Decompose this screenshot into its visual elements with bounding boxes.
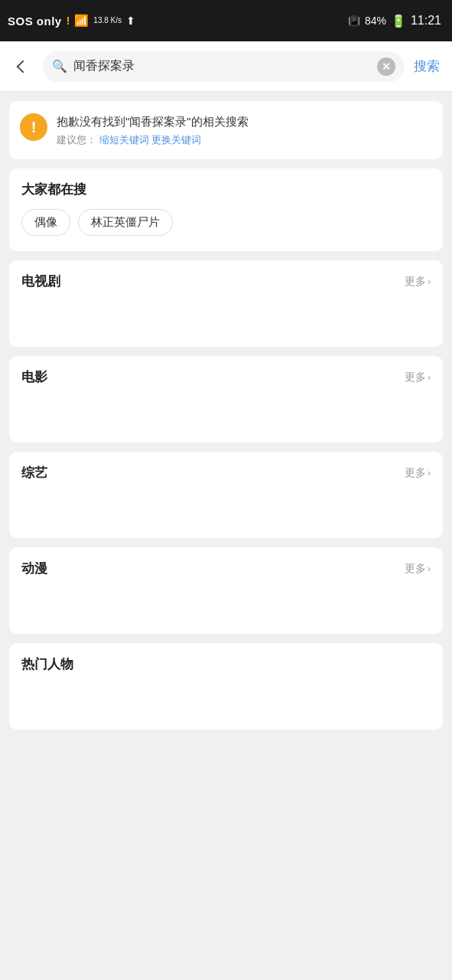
movie-header: 电影 更多 › xyxy=(21,368,431,386)
status-bar: SOS only ! 📶 13.8 K/s ⬆ 📳 84% 🔋 11:21 xyxy=(0,0,452,41)
error-title: 抱歉没有找到"闻香探案录"的相关搜索 xyxy=(57,113,432,129)
variety-title: 综艺 xyxy=(21,464,47,482)
vibrate-icon: 📳 xyxy=(348,15,360,27)
suggestion-replace[interactable]: 更换关键词 xyxy=(151,134,201,145)
celebrity-section: 热门人物 xyxy=(9,643,443,730)
error-suggestion: 建议您： 缩短关键词 更换关键词 xyxy=(57,133,432,147)
anime-header: 动漫 更多 › xyxy=(21,560,431,577)
suggestion-shorten[interactable]: 缩短关键词 xyxy=(99,134,149,145)
trending-section: 大家都在搜 偶像 林正英僵尸片 xyxy=(9,168,443,251)
upload-icon: ⬆ xyxy=(126,15,135,27)
search-input[interactable]: 闻香探案录 xyxy=(73,58,371,74)
status-left: SOS only ! 📶 13.8 K/s ⬆ xyxy=(8,14,135,28)
tv-more-button[interactable]: 更多 › xyxy=(405,275,431,289)
tag-zombie[interactable]: 林正英僵尸片 xyxy=(78,209,173,236)
error-card: ! 抱歉没有找到"闻香探案录"的相关搜索 建议您： 缩短关键词 更换关键词 xyxy=(9,101,443,159)
search-icon: 🔍 xyxy=(52,59,67,74)
tv-section: 电视剧 更多 › xyxy=(9,260,443,347)
error-text: 抱歉没有找到"闻香探案录"的相关搜索 建议您： 缩短关键词 更换关键词 xyxy=(57,113,432,147)
back-button[interactable] xyxy=(9,53,37,80)
wifi-icon: 📶 xyxy=(74,14,89,28)
status-right: 📳 84% 🔋 11:21 xyxy=(348,14,441,28)
movie-content xyxy=(21,397,431,427)
movie-title: 电影 xyxy=(21,368,47,386)
search-submit-button[interactable]: 搜索 xyxy=(411,57,443,75)
time-label: 11:21 xyxy=(411,14,441,28)
variety-section: 综艺 更多 › xyxy=(9,452,443,538)
tv-more-label: 更多 xyxy=(405,275,426,289)
tv-header: 电视剧 更多 › xyxy=(21,273,431,290)
trending-header: 大家都在搜 xyxy=(21,181,431,198)
anime-section: 动漫 更多 › xyxy=(9,547,443,634)
sos-label: SOS only xyxy=(8,15,62,28)
movie-more-label: 更多 xyxy=(405,371,426,384)
variety-more-label: 更多 xyxy=(405,466,426,480)
anime-more-chevron: › xyxy=(428,564,431,574)
search-input-container[interactable]: 🔍 闻香探案录 ✕ xyxy=(43,51,405,82)
celebrity-content xyxy=(21,684,431,714)
clear-icon: ✕ xyxy=(382,61,391,72)
network-speed: 13.8 K/s xyxy=(93,16,122,25)
battery-percent: 84% xyxy=(365,15,386,27)
movie-section: 电影 更多 › xyxy=(9,356,443,443)
anime-more-button[interactable]: 更多 › xyxy=(405,562,431,576)
main-content: ! 抱歉没有找到"闻香探案录"的相关搜索 建议您： 缩短关键词 更换关键词 大家… xyxy=(0,92,452,901)
warning-icon: ! xyxy=(20,113,47,141)
clear-button[interactable]: ✕ xyxy=(377,57,395,76)
back-arrow-icon xyxy=(17,60,30,73)
trending-tags: 偶像 林正英僵尸片 xyxy=(21,209,431,236)
exclamation-icon: ! xyxy=(67,15,70,27)
suggestion-prefix: 建议您： xyxy=(57,134,96,145)
tv-title: 电视剧 xyxy=(21,273,60,290)
celebrity-header: 热门人物 xyxy=(21,655,431,673)
anime-title: 动漫 xyxy=(21,560,47,577)
anime-more-label: 更多 xyxy=(405,562,426,576)
variety-header: 综艺 更多 › xyxy=(21,464,431,482)
battery-icon: 🔋 xyxy=(391,14,406,28)
movie-more-chevron: › xyxy=(428,372,431,383)
search-bar: 🔍 闻香探案录 ✕ 搜索 xyxy=(0,41,452,92)
anime-content xyxy=(21,588,431,619)
tag-idol[interactable]: 偶像 xyxy=(21,209,70,236)
variety-more-button[interactable]: 更多 › xyxy=(405,466,431,480)
tv-more-chevron: › xyxy=(428,276,431,287)
movie-more-button[interactable]: 更多 › xyxy=(405,371,431,384)
variety-more-chevron: › xyxy=(428,468,431,479)
celebrity-title: 热门人物 xyxy=(21,655,73,673)
variety-content xyxy=(21,492,431,523)
tv-content xyxy=(21,301,431,332)
trending-title: 大家都在搜 xyxy=(21,181,86,198)
bottom-spacer xyxy=(0,739,452,892)
